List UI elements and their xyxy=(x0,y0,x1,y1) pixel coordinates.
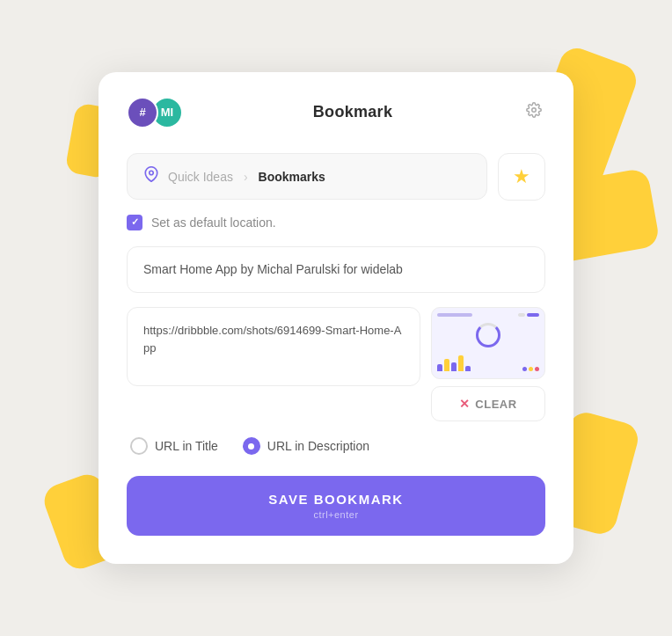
star-button[interactable]: ★ xyxy=(498,153,545,201)
default-location-checkbox[interactable]: ✓ xyxy=(127,215,142,230)
bar-1 xyxy=(437,364,442,371)
url-preview-col: ✕ CLEAR xyxy=(431,307,545,421)
legend-dot-3 xyxy=(535,367,539,371)
url-input[interactable]: https://dribbble.com/shots/6914699-Smart… xyxy=(127,307,420,386)
radio-row: URL in Title URL in Description xyxy=(127,437,545,455)
title-input-value: Smart Home App by Michal Parulski for wi… xyxy=(143,262,403,276)
avatar-mi-label: MI xyxy=(161,106,173,119)
mini-circle-chart xyxy=(476,323,500,347)
url-thumbnail xyxy=(431,307,545,379)
breadcrumb-box[interactable]: Quick Ideas › Bookmarks xyxy=(127,153,487,200)
breadcrumb-quick-ideas: Quick Ideas xyxy=(168,170,233,184)
bookmark-card: # MI Bookmark Quick Ideas › Bookm xyxy=(99,72,573,565)
radio-title-label: URL in Title xyxy=(155,439,218,453)
location-icon xyxy=(143,166,159,186)
clear-x-icon: ✕ xyxy=(459,397,470,411)
bar-5 xyxy=(465,366,471,371)
legend-dot-2 xyxy=(529,367,533,371)
breadcrumb-chevron: › xyxy=(244,170,248,184)
settings-button[interactable] xyxy=(522,99,545,126)
clear-button[interactable]: ✕ CLEAR xyxy=(431,386,545,421)
bar-2 xyxy=(444,359,449,371)
save-button-shortcut: ctrl+enter xyxy=(313,509,358,520)
avatar-group: # MI xyxy=(127,97,183,128)
mini-bar-chart xyxy=(437,354,471,371)
page-title: Bookmark xyxy=(313,103,392,121)
radio-circle-title xyxy=(130,437,148,455)
url-row: https://dribbble.com/shots/6914699-Smart… xyxy=(127,307,545,421)
card-header: # MI Bookmark xyxy=(127,97,545,128)
bar-4 xyxy=(458,355,464,371)
clear-label: CLEAR xyxy=(475,398,516,411)
url-input-value: https://dribbble.com/shots/6914699-Smart… xyxy=(143,324,401,355)
save-bookmark-button[interactable]: SAVE BOOKMARK ctrl+enter xyxy=(127,476,545,536)
svg-point-0 xyxy=(532,108,537,113)
radio-circle-description xyxy=(243,437,260,455)
radio-url-in-description[interactable]: URL in Description xyxy=(243,437,369,455)
breadcrumb-bookmarks: Bookmarks xyxy=(259,170,325,184)
breadcrumb-row: Quick Ideas › Bookmarks ★ xyxy=(127,153,545,201)
avatar-hash-icon: # xyxy=(139,106,145,119)
radio-url-in-title[interactable]: URL in Title xyxy=(130,437,218,455)
mini-legend-dots xyxy=(522,367,539,371)
bar-3 xyxy=(451,362,457,371)
svg-point-1 xyxy=(150,171,154,175)
checkmark-icon: ✓ xyxy=(131,216,139,228)
default-location-label: Set as default location. xyxy=(151,216,276,230)
avatar-hash: # xyxy=(127,97,158,128)
mini-dashboard-preview xyxy=(432,308,544,378)
save-button-label: SAVE BOOKMARK xyxy=(268,492,403,507)
title-input[interactable]: Smart Home App by Michal Parulski for wi… xyxy=(127,246,545,294)
star-icon: ★ xyxy=(513,165,530,188)
radio-description-label: URL in Description xyxy=(267,439,369,453)
gear-icon xyxy=(526,102,542,118)
legend-dot-1 xyxy=(522,367,527,371)
default-location-row: ✓ Set as default location. xyxy=(127,215,545,230)
